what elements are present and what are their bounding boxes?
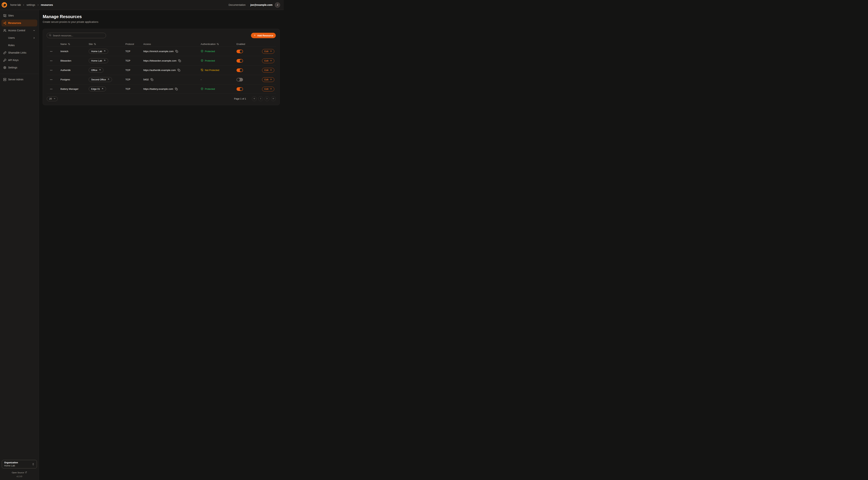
users-icon <box>3 29 6 32</box>
server-icon <box>3 78 6 81</box>
chevron-right-icon <box>23 4 25 6</box>
resource-protocol: TCP <box>125 69 143 71</box>
edit-button[interactable]: Edit <box>262 77 274 82</box>
enabled-toggle[interactable] <box>237 59 243 63</box>
site-link-button[interactable]: Home Lab <box>89 58 108 63</box>
auth-status: Not Protected <box>205 69 219 71</box>
arrow-right-icon <box>270 59 272 62</box>
arrow-up-right-icon <box>99 69 101 71</box>
shield-check-icon <box>201 50 204 53</box>
edit-button[interactable]: Edit <box>262 58 274 63</box>
shield-check-icon <box>201 87 204 91</box>
sort-name-icon[interactable] <box>68 43 70 45</box>
sidebar-item-label: Resources <box>8 22 21 24</box>
next-page-button[interactable] <box>265 96 270 101</box>
arrow-up-right-icon <box>103 50 106 53</box>
sidebar-item-settings[interactable]: Settings <box>1 64 37 71</box>
sites-icon <box>3 14 6 17</box>
sidebar-item-sites[interactable]: Sites <box>1 12 37 19</box>
arrow-up-right-icon <box>107 78 110 81</box>
row-menu-button[interactable] <box>49 78 54 82</box>
previous-page-button[interactable] <box>258 96 263 101</box>
chevron-right-icon <box>33 36 35 39</box>
site-link-button[interactable]: Home Lab <box>89 49 108 54</box>
copy-icon[interactable] <box>178 59 181 62</box>
sidebar-item-roles[interactable]: Roles <box>1 42 37 49</box>
enabled-toggle[interactable] <box>237 50 243 53</box>
documentation-link[interactable]: Documentation <box>228 3 246 6</box>
row-menu-button[interactable] <box>49 50 54 53</box>
breadcrumb-org[interactable]: home-lab <box>10 3 21 6</box>
chevron-down-icon <box>53 97 56 100</box>
site-link-button[interactable]: Edge 01 <box>89 87 106 91</box>
resource-protocol: TCP <box>125 88 143 90</box>
resource-access-url: https://immich.example.com <box>143 50 174 53</box>
sidebar-item-users[interactable]: Users <box>1 34 37 41</box>
sidebar-item-label: Users <box>8 36 15 39</box>
chevron-left-icon <box>259 97 262 100</box>
copy-icon[interactable] <box>175 50 178 53</box>
sidebar-item-resources[interactable]: Resources <box>1 20 37 26</box>
row-menu-button[interactable] <box>49 87 54 91</box>
sidebar-item-server-admin[interactable]: Server Admin <box>1 76 37 83</box>
resource-name: Battery Manager <box>60 88 89 90</box>
shield-check-icon <box>201 59 204 62</box>
pangolin-logo-icon[interactable] <box>1 2 7 8</box>
sidebar: Sites Resources Access Control Users Rol… <box>0 10 39 157</box>
edit-button[interactable]: Edit <box>262 87 274 91</box>
first-page-button[interactable] <box>252 96 257 101</box>
site-link-button[interactable]: Office <box>89 68 103 72</box>
resource-name: Authentik <box>60 69 89 71</box>
last-page-button[interactable] <box>271 96 276 101</box>
sidebar-item-label: Access Control <box>8 29 25 32</box>
enabled-toggle[interactable] <box>237 78 243 82</box>
arrow-right-icon <box>270 78 272 81</box>
search-input-wrap <box>47 33 106 38</box>
sidebar-item-shareable-links[interactable]: Shareable Links <box>1 49 37 56</box>
table-row: Battery Manager Edge 01 TCP https://batt… <box>47 84 276 94</box>
row-menu-button[interactable] <box>49 68 54 72</box>
edit-button[interactable]: Edit <box>262 49 274 54</box>
sidebar-item-label: API Keys <box>8 59 19 62</box>
topbar: home-lab settings resources Documentatio… <box>0 0 284 10</box>
main-content: Manage Resources Create secure proxies t… <box>39 10 284 105</box>
sort-authentication-icon[interactable] <box>217 43 219 45</box>
enabled-toggle[interactable] <box>237 87 243 91</box>
auth-status: - <box>201 78 202 81</box>
enabled-toggle[interactable] <box>237 68 243 72</box>
copy-icon[interactable] <box>178 69 180 71</box>
auth-status: Protected <box>205 50 215 53</box>
arrow-right-icon <box>270 88 272 90</box>
gear-icon <box>3 66 6 69</box>
user-email[interactable]: joe@example.com <box>250 3 273 6</box>
chevron-right-icon <box>37 4 39 6</box>
sort-site-icon[interactable] <box>94 43 96 45</box>
link-icon <box>3 51 6 54</box>
chevron-right-icon <box>266 97 268 100</box>
resource-protocol: TCP <box>125 50 143 53</box>
table-footer: 20 Page 1 of 1 <box>47 94 276 101</box>
copy-icon[interactable] <box>151 78 153 81</box>
sidebar-item-access-control[interactable]: Access Control <box>1 27 37 34</box>
key-icon <box>3 59 6 62</box>
resource-name: Immich <box>60 50 89 53</box>
sidebar-item-label: Sites <box>8 14 14 17</box>
avatar[interactable]: J <box>275 2 280 8</box>
add-resource-button[interactable]: Add Resource <box>251 33 276 38</box>
table-row: Postgres Second Office TCP 5432 - Edit <box>47 75 276 84</box>
shield-off-icon <box>201 69 204 72</box>
breadcrumb-settings[interactable]: settings <box>26 3 35 6</box>
page-title: Manage Resources <box>43 14 280 19</box>
page-size-select[interactable]: 20 <box>47 96 58 101</box>
resource-protocol: TCP <box>125 78 143 81</box>
page-info: Page 1 of 1 <box>234 97 246 100</box>
search-input[interactable] <box>53 34 104 37</box>
resource-access-url: https://battery.example.com <box>143 88 173 90</box>
site-link-button[interactable]: Second Office <box>89 77 112 82</box>
edit-button[interactable]: Edit <box>262 68 274 72</box>
resources-icon <box>3 22 6 25</box>
resources-table: Name Site Protocol Access Authentication… <box>47 41 276 94</box>
copy-icon[interactable] <box>175 88 178 90</box>
sidebar-item-api-keys[interactable]: API Keys <box>1 57 37 63</box>
row-menu-button[interactable] <box>49 59 54 63</box>
